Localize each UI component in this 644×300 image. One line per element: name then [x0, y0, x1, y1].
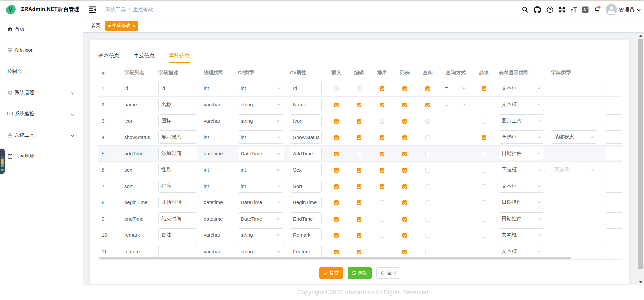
insert-checkbox[interactable] — [334, 103, 339, 107]
cs-property-input[interactable]: Feature — [290, 245, 322, 258]
required-checkbox[interactable] — [482, 135, 486, 140]
tag-close-icon[interactable] — [132, 24, 136, 28]
table-row[interactable]: 8beginTime开始时间datetimeDateTime BeginTime… — [98, 194, 622, 211]
table-row[interactable]: 4showStatus显示状态intint ShowStatus单选框 系统状态 — [98, 129, 622, 146]
list-checkbox[interactable] — [402, 103, 407, 107]
cs-type-select[interactable]: int — [238, 130, 284, 144]
required-checkbox[interactable] — [482, 217, 486, 222]
vertical-scrollbar-thumb[interactable] — [638, 39, 643, 269]
list-checkbox[interactable] — [402, 168, 407, 173]
edit-checkbox[interactable] — [357, 184, 361, 189]
description-input[interactable]: 显示状态 — [158, 130, 197, 144]
cs-type-select[interactable]: int — [238, 180, 284, 193]
list-checkbox[interactable] — [402, 152, 407, 156]
required-checkbox[interactable] — [482, 103, 486, 107]
tag-1-active[interactable]: 生成修改 — [105, 21, 138, 31]
query-checkbox[interactable] — [425, 152, 430, 156]
cs-property-input[interactable]: AddTime — [290, 147, 322, 160]
app-logo[interactable]: ZRAdmin.NET后台管理 — [0, 1, 83, 18]
extra-input[interactable] — [605, 196, 622, 209]
insert-checkbox[interactable] — [334, 184, 339, 189]
insert-checkbox[interactable] — [334, 233, 339, 238]
display-type-select[interactable]: 文本框 — [499, 180, 544, 193]
extra-input[interactable] — [605, 245, 622, 258]
cs-property-input[interactable]: Name — [290, 98, 322, 111]
cs-property-input[interactable]: Icon — [290, 114, 322, 127]
edit-checkbox[interactable] — [357, 233, 361, 238]
list-checkbox[interactable] — [402, 184, 407, 189]
dict-type-select[interactable]: 系统状态 — [551, 130, 597, 144]
description-input[interactable]: id — [158, 82, 197, 95]
vertical-scrollbar[interactable] — [638, 33, 644, 285]
cs-type-select[interactable]: string — [238, 114, 284, 127]
sidebar-item-system-manage[interactable]: 系统管理 — [0, 82, 83, 103]
sort-checkbox[interactable] — [380, 103, 384, 107]
required-checkbox[interactable] — [482, 250, 486, 254]
refresh-button[interactable]: 刷新 — [348, 267, 372, 279]
query-checkbox[interactable] — [425, 217, 430, 222]
display-type-select[interactable]: 单选框 — [499, 130, 544, 144]
edit-checkbox[interactable] — [357, 217, 361, 222]
description-input[interactable]: 性别 — [158, 163, 197, 176]
cs-type-select[interactable]: string — [238, 228, 284, 241]
edit-checkbox[interactable] — [357, 152, 361, 156]
display-type-select[interactable]: 日期控件 — [499, 212, 544, 225]
query-checkbox[interactable] — [425, 200, 430, 205]
edit-checkbox[interactable] — [357, 250, 361, 254]
extra-input[interactable] — [605, 130, 622, 144]
dict-type-select[interactable]: 请选择 — [551, 163, 597, 176]
query-checkbox[interactable] — [425, 168, 430, 173]
description-input[interactable]: 开始时间 — [158, 196, 197, 209]
query-checkbox[interactable] — [425, 184, 430, 189]
cs-property-input[interactable]: BeginTime — [290, 196, 322, 209]
insert-checkbox[interactable] — [334, 250, 339, 254]
edit-checkbox[interactable] — [357, 168, 361, 173]
cs-property-input[interactable]: Id — [290, 82, 322, 95]
scrollbar-down-arrow[interactable] — [638, 279, 644, 285]
sort-checkbox[interactable] — [380, 217, 384, 222]
insert-checkbox[interactable] — [334, 119, 339, 124]
insert-checkbox[interactable] — [334, 168, 339, 173]
table-row[interactable]: 6sex性别intint Sex下拉框 请选择 — [98, 162, 622, 178]
cs-property-input[interactable]: Remark — [290, 228, 322, 241]
sort-checkbox[interactable] — [380, 135, 384, 140]
cs-type-select[interactable]: DateTime — [238, 196, 284, 209]
description-input[interactable]: 添加时间 — [158, 147, 197, 160]
edit-checkbox[interactable] — [357, 200, 361, 205]
query-checkbox[interactable] — [425, 86, 430, 91]
table-row[interactable]: 5addTime添加时间datetimeDateTime AddTime日期控件 — [98, 145, 622, 162]
required-checkbox[interactable] — [482, 119, 486, 124]
description-input[interactable]: 备注 — [158, 228, 197, 241]
display-type-select[interactable]: 日期控件 — [499, 196, 544, 209]
font-size-button[interactable] — [568, 1, 579, 19]
sidebar-item-website[interactable]: 官网地址 — [0, 146, 83, 167]
list-checkbox[interactable] — [402, 86, 407, 91]
insert-checkbox[interactable] — [334, 135, 339, 140]
sidebar-item-system-tools[interactable]: 系统工具 — [0, 124, 83, 146]
required-checkbox[interactable] — [482, 233, 486, 238]
notifications-button[interactable] — [591, 1, 603, 19]
edit-checkbox[interactable] — [357, 86, 361, 91]
extra-input[interactable] — [605, 228, 622, 241]
fullscreen-button[interactable] — [556, 1, 568, 19]
sidebar-item-system-monitor[interactable]: 系统监控 — [0, 103, 83, 124]
table-row[interactable]: 7sort排序intint Sort文本框 — [98, 178, 622, 194]
sidebar-item-console[interactable]: 控制台 — [0, 61, 83, 82]
sort-checkbox[interactable] — [380, 168, 384, 173]
description-input[interactable]: 排序 — [158, 180, 197, 193]
cs-type-select[interactable]: int — [238, 163, 284, 176]
insert-checkbox[interactable] — [334, 217, 339, 222]
list-checkbox[interactable] — [402, 233, 407, 238]
display-type-select[interactable]: 日期控件 — [499, 147, 544, 160]
table-row[interactable]: 3icon图标varcharstring Icon图片上传 — [98, 113, 622, 129]
tab-1[interactable]: 生成信息 — [134, 49, 155, 63]
user-menu[interactable]: 管理员 — [606, 4, 641, 15]
query-type-select[interactable]: = — [442, 98, 469, 111]
required-checkbox[interactable] — [482, 168, 486, 173]
edit-checkbox[interactable] — [357, 119, 361, 124]
description-input[interactable]: 结束时间 — [158, 212, 197, 225]
description-input[interactable]: 名称 — [158, 98, 197, 111]
extra-input[interactable] — [605, 163, 622, 176]
language-button[interactable] — [579, 1, 591, 19]
display-type-select[interactable]: 下拉框 — [499, 163, 544, 176]
